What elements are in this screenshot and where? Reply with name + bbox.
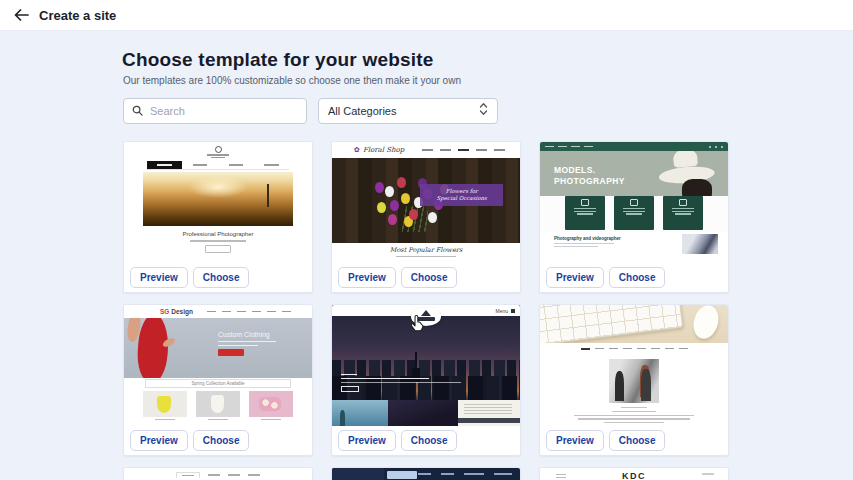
template-preview-fashion: SG Design Custom Clothing Spring Collect… xyxy=(124,305,312,426)
models-section-image xyxy=(682,234,718,254)
choose-button[interactable]: Choose xyxy=(193,267,250,288)
keyboard-graphic xyxy=(540,305,683,343)
floral-hero-image: Flowers for Special Occasions xyxy=(332,158,520,243)
models-title: MODELS. PHOTOGRAPHY xyxy=(554,165,625,186)
preview-button[interactable]: Preview xyxy=(546,430,604,451)
preview-button[interactable]: Preview xyxy=(546,267,604,288)
thumb-sketch xyxy=(458,400,520,426)
template-card-fashion[interactable]: SG Design Custom Clothing Spring Collect… xyxy=(123,304,313,456)
preview-button[interactable]: Preview xyxy=(338,267,396,288)
floral-overlay-box: Flowers for Special Occasions xyxy=(420,184,503,207)
fashion-banner: Spring Collection Available xyxy=(145,379,292,388)
fashion-hero-title: Custom Clothing xyxy=(218,331,276,338)
choose-button[interactable]: Choose xyxy=(401,430,458,451)
photographer-hero-image xyxy=(143,172,293,226)
select-chevrons-icon xyxy=(479,102,488,120)
template-preview-keyboard xyxy=(540,305,728,426)
flower-icon: ✿ xyxy=(354,146,360,154)
fashion-mini-button xyxy=(218,349,244,356)
floral-footer-title: Most Popular Flowers xyxy=(332,246,520,254)
search-input[interactable] xyxy=(150,105,298,117)
template-card-partial-2[interactable] xyxy=(331,467,521,480)
category-selected-value: All Categories xyxy=(328,105,396,117)
app-header: Create a site xyxy=(0,0,853,31)
template-grid: Professional Photographer Preview Choose… xyxy=(123,141,729,480)
preview-button[interactable]: Preview xyxy=(338,430,396,451)
preview-button[interactable]: Preview xyxy=(130,267,188,288)
cityblog-logo-badge xyxy=(411,307,441,326)
office-photo xyxy=(609,359,659,403)
models-feature-tile xyxy=(614,196,654,230)
template-preview-models: MODELS. PHOTOGRAPHY Photography and vide… xyxy=(540,142,728,263)
product-thumb xyxy=(143,391,187,426)
kdc-logo: KDC xyxy=(540,471,728,480)
photographer-mini-button xyxy=(205,245,231,253)
photographer-title: Professional Photographer xyxy=(124,231,312,237)
preview-button[interactable]: Preview xyxy=(130,430,188,451)
template-preview-cityblog: Menu xyxy=(332,305,520,426)
search-box[interactable] xyxy=(123,98,307,124)
template-card-partial-1[interactable] xyxy=(123,467,313,480)
page-title: Create a site xyxy=(39,8,116,23)
template-card-keyboard[interactable]: Preview Choose xyxy=(539,304,729,456)
fashion-hero-image: Custom Clothing xyxy=(124,318,312,378)
red-dress-graphic xyxy=(136,318,171,378)
lightblue-logo-block xyxy=(387,471,417,479)
template-preview-photographer: Professional Photographer xyxy=(124,142,312,263)
main-subheading: Our templates are 100% customizable so c… xyxy=(123,75,461,86)
product-thumb xyxy=(196,391,240,426)
category-dropdown[interactable]: All Categories xyxy=(318,98,498,124)
cityblog-article-text xyxy=(341,371,461,392)
template-card-cityblog[interactable]: Menu Preview Choose xyxy=(331,304,521,456)
template-card-partial-3[interactable]: KDC xyxy=(539,467,729,480)
template-card-floral[interactable]: ✿ Floral Shop Flowers for Special Occasi… xyxy=(331,141,521,293)
choose-button[interactable]: Choose xyxy=(193,430,250,451)
cityblog-menu-label: Menu xyxy=(495,308,508,314)
navy-header-bar xyxy=(332,468,520,480)
choose-button[interactable]: Choose xyxy=(609,430,666,451)
models-feature-tile xyxy=(565,196,605,230)
floral-brand: Floral Shop xyxy=(363,146,404,154)
mountain-logo-icon xyxy=(421,310,431,316)
keyboard-body-text xyxy=(540,407,728,423)
back-arrow-icon[interactable] xyxy=(10,4,32,26)
menu-icon xyxy=(511,309,515,313)
template-card-models[interactable]: MODELS. PHOTOGRAPHY Photography and vide… xyxy=(539,141,729,293)
thumb-statue-of-liberty xyxy=(332,400,388,426)
product-thumb xyxy=(249,391,293,426)
photographer-logo-icon xyxy=(215,146,222,153)
mouse-graphic xyxy=(690,305,722,342)
choose-button[interactable]: Choose xyxy=(609,267,666,288)
search-icon xyxy=(132,102,143,120)
thumb-night-sky xyxy=(388,400,458,426)
template-card-photographer[interactable]: Professional Photographer Preview Choose xyxy=(123,141,313,293)
template-preview-floral: ✿ Floral Shop Flowers for Special Occasi… xyxy=(332,142,520,263)
models-feature-tile xyxy=(663,196,703,230)
keyboard-banner-image xyxy=(540,305,728,343)
fashion-brand: SG Design xyxy=(160,308,193,315)
main-heading: Choose template for your website xyxy=(122,49,434,71)
choose-button[interactable]: Choose xyxy=(401,267,458,288)
